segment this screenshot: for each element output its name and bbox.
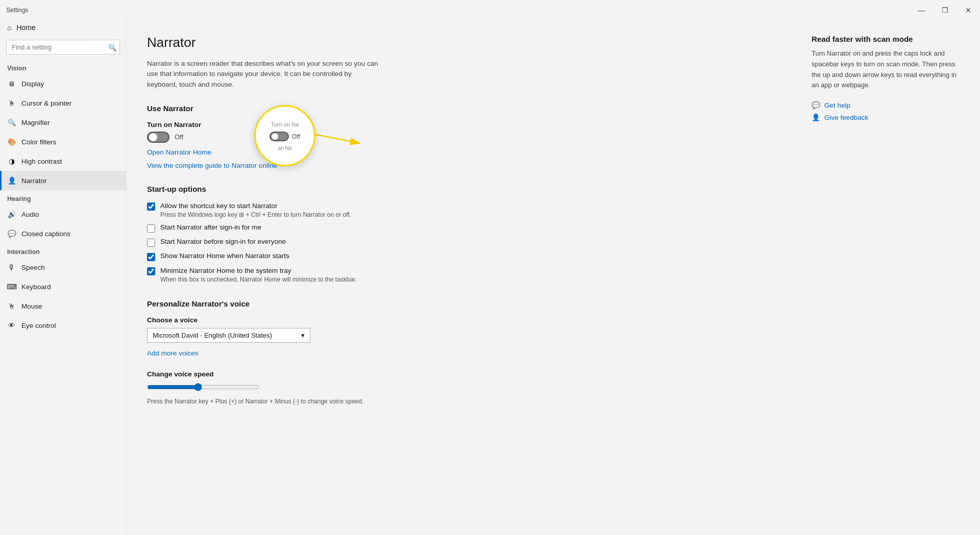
search-icon[interactable]: 🔍 xyxy=(108,43,117,51)
sidebar-item-keyboard[interactable]: ⌨ Keyboard xyxy=(0,277,126,296)
sidebar-item-captions-label: Closed captions xyxy=(21,230,70,238)
sidebar-item-color-filters[interactable]: 🎨 Color filters xyxy=(0,132,126,151)
minimize-button[interactable]: — xyxy=(910,1,933,19)
sidebar-item-narrator[interactable]: 👤 Narrator xyxy=(0,171,126,190)
zoom-toggle xyxy=(270,132,289,141)
show-home-label: Show Narrator Home when Narrator starts xyxy=(160,252,289,260)
voice-section-heading: Personalize Narrator's voice xyxy=(147,299,776,308)
add-more-voices-link[interactable]: Add more voices xyxy=(147,349,199,357)
page-description: Narrator is a screen reader that describ… xyxy=(147,59,382,90)
open-narrator-home-link[interactable]: Open Narrator Home xyxy=(147,148,211,156)
checkbox-before-signin: Start Narrator before sign-in for everyo… xyxy=(147,238,776,247)
sidebar: ⌂ Home 🔍 Vision 🖥 Display 🖱 Cursor & poi… xyxy=(0,18,127,535)
hearing-section-label: Hearing xyxy=(0,190,126,205)
color-filters-icon: 🎨 xyxy=(7,137,16,146)
page-title: Narrator xyxy=(147,35,776,50)
chevron-down-icon: ▾ xyxy=(301,332,305,339)
sidebar-item-closed-captions[interactable]: 💬 Closed captions xyxy=(0,224,126,243)
checkbox-after-signin: Start Narrator after sign-in for me xyxy=(147,223,776,233)
interaction-section-label: Interaction xyxy=(0,243,126,258)
title-bar: Settings — ❐ ✕ xyxy=(0,0,980,18)
speed-slider-container xyxy=(147,383,259,393)
give-feedback-link[interactable]: 👤 Give feedback xyxy=(812,113,965,121)
minimize-home-label: Minimize Narrator Home to the system tra… xyxy=(160,267,291,274)
sidebar-item-magnifier-label: Magnifier xyxy=(21,119,50,126)
use-narrator-heading: Use Narrator xyxy=(147,104,776,113)
sidebar-item-mouse-label: Mouse xyxy=(21,302,42,310)
speed-slider[interactable] xyxy=(147,383,259,391)
before-signin-label: Start Narrator before sign-in for everyo… xyxy=(160,238,286,245)
sidebar-item-speech[interactable]: 🎙 Speech xyxy=(0,258,126,277)
give-feedback-label: Give feedback xyxy=(824,114,868,121)
shortcut-label: Allow the shortcut key to start Narrator xyxy=(160,202,278,210)
sidebar-item-narrator-label: Narrator xyxy=(21,177,47,185)
narrator-toggle-row: Off xyxy=(147,132,776,143)
search-box: 🔍 xyxy=(6,40,120,55)
keyboard-icon: ⌨ xyxy=(7,282,16,291)
captions-icon: 💬 xyxy=(7,229,16,238)
sidebar-item-eye-label: Eye control xyxy=(21,322,56,329)
tip-title: Read faster with scan mode xyxy=(812,35,965,43)
cursor-icon: 🖱 xyxy=(7,98,16,108)
maximize-button[interactable]: ❐ xyxy=(933,1,957,19)
minimize-home-desc: When this box is unchecked, Narrator Hom… xyxy=(160,276,357,283)
feedback-icon: 👤 xyxy=(812,113,820,121)
minimize-home-checkbox[interactable] xyxy=(147,267,155,275)
voice-select-value: Microsoft David - English (United States… xyxy=(153,332,272,339)
speed-label: Change voice speed xyxy=(147,370,776,378)
toggle-knob xyxy=(149,133,157,141)
home-icon: ⌂ xyxy=(7,23,11,32)
app-title: Settings xyxy=(6,7,28,14)
sidebar-item-eye-control[interactable]: 👁 Eye control xyxy=(0,316,126,335)
main-content: Narrator Narrator is a screen reader tha… xyxy=(127,18,796,535)
sidebar-home-label: Home xyxy=(16,23,35,32)
sidebar-item-audio[interactable]: 🔊 Audio xyxy=(0,205,126,224)
shortcut-checkbox[interactable] xyxy=(147,202,155,211)
tip-text: Turn Narrator on and press the caps lock… xyxy=(812,48,965,91)
sidebar-item-cursor[interactable]: 🖱 Cursor & pointer xyxy=(0,93,126,113)
sidebar-item-home[interactable]: ⌂ Home xyxy=(0,18,126,37)
voice-select[interactable]: Microsoft David - English (United States… xyxy=(147,328,310,343)
after-signin-checkbox[interactable] xyxy=(147,224,155,233)
show-home-checkbox[interactable] xyxy=(147,253,155,261)
slider-section: Change voice speed Press the Narrator ke… xyxy=(147,370,776,406)
before-signin-checkbox[interactable] xyxy=(147,239,155,247)
vision-section-label: Vision xyxy=(0,60,126,74)
narrator-icon: 👤 xyxy=(7,176,16,185)
sidebar-item-speech-label: Speech xyxy=(21,264,45,271)
checkbox-minimize-home: Minimize Narrator Home to the system tra… xyxy=(147,266,776,283)
toggle-state: Off xyxy=(175,133,183,141)
after-signin-label: Start Narrator after sign-in for me xyxy=(160,223,261,231)
narrator-toggle[interactable] xyxy=(147,132,169,143)
sidebar-item-keyboard-label: Keyboard xyxy=(21,283,51,291)
startup-section: Start-up options Allow the shortcut key … xyxy=(147,185,776,283)
zoom-label: Turn on Na xyxy=(271,121,299,128)
checkbox-show-home: Show Narrator Home when Narrator starts xyxy=(147,252,776,261)
get-help-link[interactable]: 💬 Get help xyxy=(812,101,965,109)
sidebar-item-high-contrast-label: High contrast xyxy=(21,158,62,165)
sidebar-item-color-filters-label: Color filters xyxy=(21,138,56,146)
right-panel: Read faster with scan mode Turn Narrator… xyxy=(796,18,980,535)
close-button[interactable]: ✕ xyxy=(957,1,980,19)
sidebar-item-cursor-label: Cursor & pointer xyxy=(21,99,71,107)
sidebar-item-magnifier[interactable]: 🔍 Magnifier xyxy=(0,113,126,132)
sidebar-item-high-contrast[interactable]: ◑ High contrast xyxy=(0,151,126,171)
zoom-off-text: Off xyxy=(292,133,300,140)
choose-voice-label: Choose a voice xyxy=(147,316,776,324)
high-contrast-icon: ◑ xyxy=(7,157,16,166)
get-help-label: Get help xyxy=(824,101,850,109)
zoom-sublabel: an Na xyxy=(278,145,292,151)
checkbox-shortcut: Allow the shortcut key to start Narrator… xyxy=(147,201,776,218)
zoom-toggle-knob xyxy=(272,133,278,140)
turn-on-label: Turn on Narrator xyxy=(147,121,776,129)
zoom-circle: Turn on Na Off an Na xyxy=(254,105,315,166)
speed-slider-desc: Press the Narrator key + Plus (+) or Nar… xyxy=(147,397,382,406)
startup-heading: Start-up options xyxy=(147,185,776,193)
search-input[interactable] xyxy=(6,40,120,55)
sidebar-item-mouse[interactable]: 🖱 Mouse xyxy=(0,296,126,316)
magnifier-icon: 🔍 xyxy=(7,118,16,127)
eye-icon: 👁 xyxy=(7,321,16,330)
sidebar-item-display[interactable]: 🖥 Display xyxy=(0,74,126,93)
mouse-icon: 🖱 xyxy=(7,301,16,311)
voice-section: Personalize Narrator's voice Choose a vo… xyxy=(147,299,776,406)
